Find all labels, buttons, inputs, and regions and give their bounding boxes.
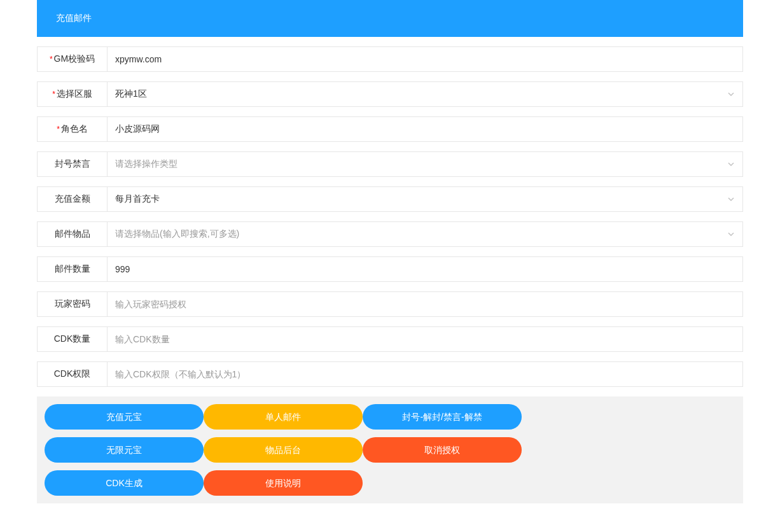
ban-unban-button[interactable]: 封号-解封/禁言-解禁 bbox=[363, 404, 522, 430]
recharge-yuanbao-button[interactable]: 充值元宝 bbox=[45, 404, 204, 430]
role-name-label: * 角色名 bbox=[38, 117, 108, 141]
single-mail-button[interactable]: 单人邮件 bbox=[204, 404, 363, 430]
unlimited-yuanbao-button[interactable]: 无限元宝 bbox=[45, 437, 204, 463]
cancel-auth-button[interactable]: 取消授权 bbox=[363, 437, 522, 463]
gm-code-input[interactable] bbox=[108, 47, 742, 71]
recharge-amount-dropdown[interactable]: 每月首充卡 bbox=[108, 187, 742, 211]
recharge-amount-row: 充值金额 每月首充卡 bbox=[37, 186, 743, 212]
player-password-label: 玩家密码 bbox=[38, 292, 108, 316]
header-title: 充值邮件 bbox=[56, 13, 92, 23]
instructions-button[interactable]: 使用说明 bbox=[204, 470, 363, 496]
cdk-permission-row: CDK权限 bbox=[37, 361, 743, 387]
item-backend-button[interactable]: 物品后台 bbox=[204, 437, 363, 463]
server-select-label: * 选择区服 bbox=[38, 82, 108, 106]
mail-items-label: 邮件物品 bbox=[38, 222, 108, 246]
cdk-permission-input[interactable] bbox=[108, 362, 742, 386]
cdk-quantity-row: CDK数量 bbox=[37, 326, 743, 352]
mail-quantity-input[interactable] bbox=[108, 257, 742, 281]
button-row-2: 无限元宝 物品后台 取消授权 bbox=[37, 437, 743, 463]
mail-items-row: 邮件物品 请选择物品(输入即搜索,可多选) bbox=[37, 221, 743, 247]
ban-mute-label: 封号禁言 bbox=[38, 152, 108, 176]
required-mark: * bbox=[57, 125, 60, 134]
cdk-quantity-input[interactable] bbox=[108, 327, 742, 351]
button-row-3: CDK生成 使用说明 bbox=[37, 470, 743, 496]
recharge-amount-label: 充值金额 bbox=[38, 187, 108, 211]
ban-mute-row: 封号禁言 请选择操作类型 bbox=[37, 151, 743, 177]
ban-mute-dropdown[interactable]: 请选择操作类型 bbox=[108, 152, 742, 176]
player-password-row: 玩家密码 bbox=[37, 291, 743, 317]
cdk-permission-label: CDK权限 bbox=[38, 362, 108, 386]
gm-code-row: * GM校验码 bbox=[37, 46, 743, 72]
mail-items-dropdown[interactable]: 请选择物品(输入即搜索,可多选) bbox=[108, 222, 742, 246]
button-row-1: 充值元宝 单人邮件 封号-解封/禁言-解禁 bbox=[37, 404, 743, 430]
server-select-row: * 选择区服 死神1区 bbox=[37, 81, 743, 107]
cdk-quantity-label: CDK数量 bbox=[38, 327, 108, 351]
required-mark: * bbox=[52, 90, 55, 99]
role-name-row: * 角色名 bbox=[37, 116, 743, 142]
recharge-mail-header: 充值邮件 bbox=[37, 0, 743, 37]
server-select-dropdown[interactable]: 死神1区 bbox=[108, 82, 742, 106]
action-button-panel: 充值元宝 单人邮件 封号-解封/禁言-解禁 无限元宝 物品后台 取消授权 CDK… bbox=[37, 396, 743, 503]
cdk-generate-button[interactable]: CDK生成 bbox=[45, 470, 204, 496]
player-password-input[interactable] bbox=[108, 292, 742, 316]
gm-code-label: * GM校验码 bbox=[38, 47, 108, 71]
mail-quantity-row: 邮件数量 bbox=[37, 256, 743, 282]
mail-quantity-label: 邮件数量 bbox=[38, 257, 108, 281]
required-mark: * bbox=[50, 55, 53, 64]
role-name-input[interactable] bbox=[108, 117, 742, 141]
